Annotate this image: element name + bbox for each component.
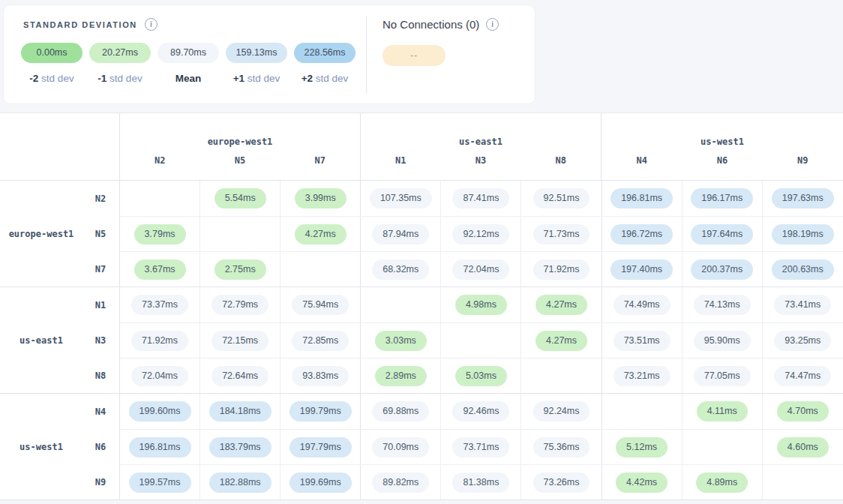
latency-pill[interactable]: 3.99ms [295,188,346,208]
latency-cell[interactable]: 5.03ms [441,358,521,393]
latency-pill[interactable]: 81.38ms [452,472,509,493]
latency-pill[interactable]: 92.12ms [452,224,509,244]
latency-cell[interactable]: 75.36ms [521,430,602,464]
latency-cell[interactable]: 71.73ms [521,217,602,251]
latency-cell[interactable]: 4.27ms [521,323,602,358]
latency-cell[interactable]: 89.82ms [361,465,441,500]
latency-cell[interactable]: 72.85ms [280,323,361,358]
latency-cell[interactable]: 73.51ms [602,323,682,358]
latency-pill[interactable]: 93.83ms [292,366,349,386]
latency-pill[interactable]: 93.25ms [774,331,831,351]
latency-cell[interactable]: 73.26ms [521,465,602,500]
latency-pill[interactable]: 73.51ms [614,331,670,351]
latency-pill[interactable]: 4.70ms [777,401,829,422]
latency-pill[interactable]: 87.41ms [452,188,509,208]
latency-cell[interactable]: 198.19ms [763,217,843,251]
latency-cell[interactable]: 200.63ms [763,252,843,286]
latency-pill[interactable]: 200.37ms [691,260,753,280]
latency-cell[interactable]: 72.64ms [200,358,280,393]
latency-pill[interactable]: 4.60ms [777,437,829,458]
latency-cell[interactable]: 4.98ms [441,287,521,322]
latency-cell[interactable]: 73.41ms [763,287,843,322]
latency-pill[interactable]: 70.09ms [372,437,429,458]
latency-pill[interactable]: 196.17ms [691,188,753,208]
latency-cell[interactable]: 92.24ms [521,394,602,429]
latency-pill[interactable]: 183.79ms [209,437,272,458]
latency-pill[interactable]: 72.85ms [292,331,349,351]
latency-pill[interactable]: 72.04ms [131,366,188,386]
latency-cell[interactable]: 73.21ms [602,358,682,393]
latency-cell[interactable]: 77.05ms [682,358,763,393]
latency-cell[interactable]: 199.60ms [120,394,200,429]
latency-pill[interactable]: 75.94ms [292,295,349,315]
latency-pill[interactable]: 3.03ms [375,331,427,351]
latency-pill[interactable]: 2.89ms [375,366,427,386]
latency-cell[interactable]: 73.37ms [120,287,200,322]
latency-pill[interactable]: 107.35ms [370,188,432,208]
latency-pill[interactable]: 199.69ms [290,472,352,493]
latency-cell[interactable]: 4.70ms [763,394,843,429]
latency-cell[interactable]: 3.03ms [361,323,441,358]
latency-pill[interactable]: 74.13ms [694,295,751,315]
latency-pill[interactable]: 72.64ms [212,366,268,386]
latency-pill[interactable]: 68.32ms [372,260,429,280]
latency-cell[interactable]: 182.88ms [200,465,280,500]
latency-cell[interactable]: 3.79ms [120,217,200,251]
latency-cell[interactable]: 81.38ms [441,465,521,500]
latency-pill[interactable]: 4.27ms [536,295,587,315]
latency-pill[interactable]: 73.71ms [452,437,509,458]
latency-cell[interactable]: 4.60ms [763,430,843,464]
latency-pill[interactable]: 69.88ms [372,401,429,422]
latency-cell[interactable]: 196.17ms [682,181,763,216]
latency-pill[interactable]: 73.26ms [533,472,590,493]
latency-cell[interactable]: 197.64ms [682,217,763,251]
latency-pill[interactable]: 3.79ms [134,224,186,244]
latency-cell[interactable]: 92.51ms [521,181,602,216]
latency-cell[interactable]: 5.54ms [200,181,280,216]
latency-cell[interactable]: 199.79ms [280,394,361,429]
latency-cell[interactable]: 197.79ms [280,430,361,464]
latency-cell[interactable]: 200.37ms [682,252,763,286]
latency-pill[interactable]: 95.90ms [694,331,751,351]
latency-pill[interactable]: 92.24ms [533,401,590,422]
latency-pill[interactable]: 5.12ms [616,437,668,458]
latency-pill[interactable]: 198.19ms [772,224,834,244]
latency-pill[interactable]: 74.47ms [774,366,831,386]
latency-cell[interactable]: 72.04ms [441,252,521,286]
latency-pill[interactable]: 73.21ms [614,366,670,386]
latency-pill[interactable]: 73.41ms [774,295,831,315]
latency-cell[interactable]: 95.90ms [682,323,763,358]
latency-pill[interactable]: 197.64ms [691,224,753,244]
latency-pill[interactable]: 75.36ms [533,437,590,458]
latency-pill[interactable]: 4.98ms [455,295,507,315]
latency-cell[interactable]: 71.92ms [521,252,602,286]
latency-cell[interactable]: 69.88ms [361,394,441,429]
latency-cell[interactable]: 2.89ms [361,358,441,393]
latency-pill[interactable]: 197.40ms [610,260,673,280]
latency-pill[interactable]: 87.94ms [372,224,429,244]
latency-pill[interactable]: 4.89ms [696,472,748,493]
latency-cell[interactable]: 4.27ms [280,217,361,251]
latency-cell[interactable]: 68.32ms [361,252,441,286]
info-icon-no-connections[interactable] [486,18,499,31]
latency-cell[interactable]: 3.67ms [120,252,200,286]
latency-cell[interactable]: 199.57ms [120,465,200,500]
latency-cell[interactable]: 196.81ms [120,430,200,464]
latency-cell[interactable]: 92.46ms [441,394,521,429]
latency-pill[interactable]: 5.54ms [214,188,266,208]
latency-pill[interactable]: 199.60ms [129,401,191,422]
latency-cell[interactable]: 72.04ms [120,358,200,393]
latency-pill[interactable]: 2.75ms [214,260,266,280]
latency-pill[interactable]: 77.05ms [694,366,751,386]
latency-cell[interactable]: 4.27ms [521,287,602,322]
latency-pill[interactable]: 74.49ms [614,295,670,315]
latency-cell[interactable]: 196.72ms [602,217,682,251]
latency-cell[interactable]: 199.69ms [280,465,361,500]
info-icon-std-deviation[interactable] [145,18,158,31]
latency-cell[interactable]: 93.83ms [280,358,361,393]
latency-cell[interactable]: 4.42ms [602,465,682,500]
latency-cell[interactable]: 72.15ms [200,323,280,358]
latency-pill[interactable]: 199.57ms [129,472,191,493]
latency-cell[interactable]: 184.18ms [200,394,280,429]
latency-cell[interactable]: 197.63ms [763,181,843,216]
